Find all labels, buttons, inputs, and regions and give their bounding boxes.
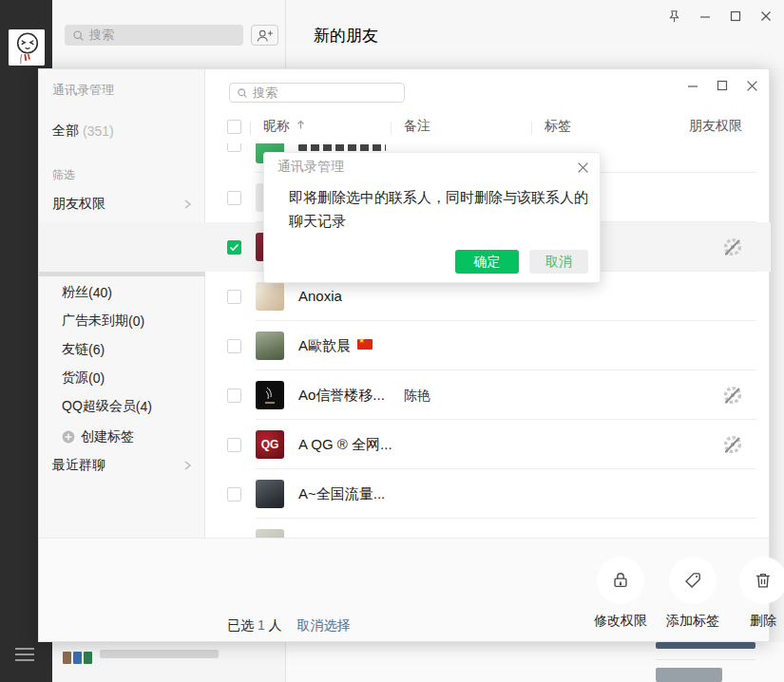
chat-list-item[interactable] (52, 642, 285, 682)
moments-blocked-icon (721, 384, 744, 410)
check-icon (229, 243, 239, 252)
row-checkbox[interactable] (227, 191, 241, 205)
panel-divider (285, 642, 286, 682)
close-icon (746, 80, 758, 92)
row-checkbox[interactable] (227, 339, 241, 353)
contacts-search-placeholder: 搜索 (253, 85, 277, 102)
name-column-label: 昵称 (263, 118, 290, 133)
sort-ascending-icon (296, 120, 305, 130)
contact-name: Ao信誉楼移... (298, 387, 385, 405)
maximize-icon (717, 80, 728, 91)
header-divider (391, 122, 392, 135)
add-friend-button[interactable] (251, 25, 278, 46)
avatar (256, 381, 284, 409)
deselect-link[interactable]: 取消选择 (296, 617, 350, 633)
delete-confirm-dialog: 通讯录管理 即将删除选中的联系人，同时删除与该联系人的聊天记录 确定 取消 (263, 152, 601, 283)
menu-button[interactable] (15, 648, 34, 665)
dialog-title: 通讯录管理 (277, 159, 344, 176)
lock-icon (610, 570, 631, 591)
dialog-close-button[interactable] (571, 157, 594, 178)
pin-button[interactable] (662, 6, 685, 27)
person-plus-icon (256, 28, 274, 43)
contacts-search-input[interactable]: 搜索 (229, 83, 405, 103)
all-count: (351) (83, 123, 114, 139)
close-icon (577, 161, 589, 174)
delete-label: 删除 (750, 613, 776, 630)
dialog-message: 即将删除选中的联系人，同时删除与该联系人的聊天记录 (289, 185, 595, 233)
overlay-maximize-button[interactable] (711, 75, 734, 96)
table-row[interactable]: QG A QG ® 全网... (39, 420, 771, 469)
select-all-checkbox[interactable] (227, 120, 241, 134)
doodle-avatar-image (9, 29, 45, 66)
row-checkbox[interactable] (227, 487, 241, 502)
selection-summary: 已选 1 人 取消选择 (227, 617, 350, 635)
avatar (256, 480, 284, 508)
add-tag-label: 添加标签 (666, 613, 719, 630)
content-panel (285, 642, 784, 682)
main-search-input[interactable]: 搜索 (65, 25, 243, 46)
add-tag-button[interactable] (669, 557, 717, 604)
contact-name: A~全国流量... (298, 485, 385, 503)
modify-permission-button[interactable] (597, 557, 644, 604)
table-row[interactable]: A~全国流量... (39, 469, 771, 519)
selected-suffix: 人 (269, 617, 282, 633)
row-checkbox[interactable] (227, 438, 241, 452)
close-icon (760, 10, 772, 22)
moments-blocked-icon (721, 433, 744, 460)
contact-remark: 陈艳 (404, 388, 430, 405)
sidebar-item-all[interactable]: 全部 (351) (39, 119, 205, 143)
trash-icon (753, 570, 774, 591)
minimize-icon (699, 10, 711, 22)
avatar (256, 282, 284, 311)
main-minimize-button[interactable] (694, 6, 717, 27)
clipped-name-text (298, 144, 386, 151)
tag-icon (682, 570, 703, 591)
column-header-tag[interactable]: 标签 (545, 118, 571, 135)
table-row[interactable]: A歐歆晨★ (39, 321, 771, 370)
selected-prefix: 已选 (227, 617, 254, 633)
sidebar-title: 通讯录管理 (52, 82, 114, 99)
selected-count: 1 (258, 617, 265, 633)
group-avatar-tile (63, 652, 71, 664)
row-checkbox[interactable] (227, 388, 241, 403)
overlay-minimize-button[interactable] (681, 75, 704, 96)
thumbnail-blur (656, 668, 722, 682)
chat-list-panel (52, 642, 285, 682)
overlay-close-button[interactable] (740, 75, 763, 96)
window-background-strip (770, 68, 784, 642)
search-icon (237, 87, 248, 99)
contact-name: A QG ® 全网... (298, 436, 392, 454)
all-label: 全部 (52, 123, 79, 140)
column-header-permission[interactable]: 朋友权限 (689, 118, 742, 135)
column-header-remark[interactable]: 备注 (404, 118, 430, 135)
panel-divider (285, 0, 286, 68)
minimize-icon (687, 80, 698, 91)
table-row-clipped[interactable] (39, 519, 771, 538)
row-checkbox[interactable] (227, 290, 241, 304)
maximize-icon (730, 10, 741, 22)
row-checkbox-checked[interactable] (227, 240, 241, 255)
delete-button[interactable] (739, 557, 784, 604)
header-divider (531, 122, 532, 135)
cancel-button[interactable]: 取消 (529, 250, 588, 274)
group-avatar-tile (73, 652, 82, 664)
column-header-name[interactable]: 昵称 (263, 118, 305, 135)
contact-name: Anoxia (298, 288, 342, 304)
avatar: QG (256, 430, 284, 459)
page-title: 新的朋友 (314, 25, 378, 47)
avatar (256, 332, 284, 360)
main-maximize-button[interactable] (724, 6, 747, 27)
china-flag-icon: ★ (357, 339, 373, 350)
main-search-placeholder: 搜索 (89, 27, 114, 44)
header-divider (250, 122, 251, 135)
confirm-button[interactable]: 确定 (455, 250, 519, 274)
row-checkbox[interactable] (227, 143, 241, 152)
main-close-button[interactable] (755, 6, 777, 27)
contact-name: A歐歆晨★ (298, 337, 373, 355)
moments-blocked-icon (721, 236, 744, 262)
search-icon (72, 29, 85, 42)
list-divider (656, 659, 755, 660)
selection-footer (39, 538, 769, 641)
table-row[interactable]: Ao信誉楼移... 陈艳 (39, 370, 771, 420)
avatar[interactable] (9, 29, 45, 66)
